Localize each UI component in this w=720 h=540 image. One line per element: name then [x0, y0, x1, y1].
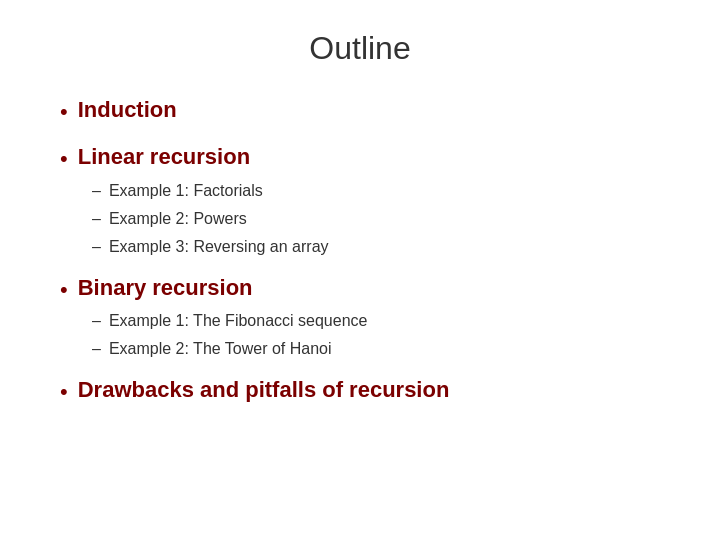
list-item: – Example 2: The Tower of Hanoi [92, 337, 660, 361]
bullet-text-drawbacks: Drawbacks and pitfalls of recursion [78, 375, 450, 406]
slide: Outline • Induction • Linear recursion –… [0, 0, 720, 540]
sub-text-br2: Example 2: The Tower of Hanoi [109, 337, 332, 361]
sub-text-br1: Example 1: The Fibonacci sequence [109, 309, 368, 333]
sub-text-lr2: Example 2: Powers [109, 207, 247, 231]
bullet-text-binary-recursion: Binary recursion [78, 273, 253, 304]
section-drawbacks: • Drawbacks and pitfalls of recursion [60, 375, 660, 408]
list-item: – Example 1: Factorials [92, 179, 660, 203]
slide-title: Outline [60, 30, 660, 67]
list-item: – Example 1: The Fibonacci sequence [92, 309, 660, 333]
sub-text-lr3: Example 3: Reversing an array [109, 235, 329, 259]
section-induction: • Induction [60, 95, 660, 128]
bullet-symbol-linear-recursion: • [60, 144, 68, 175]
list-item: – Example 3: Reversing an array [92, 235, 660, 259]
linear-recursion-subitems: – Example 1: Factorials – Example 2: Pow… [92, 179, 660, 259]
list-item: – Example 2: Powers [92, 207, 660, 231]
bullet-item-binary-recursion: • Binary recursion [60, 273, 660, 306]
bullet-symbol-induction: • [60, 97, 68, 128]
bullet-item-drawbacks: • Drawbacks and pitfalls of recursion [60, 375, 660, 408]
sub-dash-br2: – [92, 337, 101, 361]
bullet-item-linear-recursion: • Linear recursion [60, 142, 660, 175]
section-binary-recursion: • Binary recursion – Example 1: The Fibo… [60, 273, 660, 362]
sub-text-lr1: Example 1: Factorials [109, 179, 263, 203]
sub-dash-lr1: – [92, 179, 101, 203]
sub-dash-lr3: – [92, 235, 101, 259]
binary-recursion-subitems: – Example 1: The Fibonacci sequence – Ex… [92, 309, 660, 361]
bullet-item-induction: • Induction [60, 95, 660, 128]
sub-dash-lr2: – [92, 207, 101, 231]
bullet-text-induction: Induction [78, 95, 177, 126]
bullet-symbol-drawbacks: • [60, 377, 68, 408]
bullet-symbol-binary-recursion: • [60, 275, 68, 306]
sub-dash-br1: – [92, 309, 101, 333]
bullet-text-linear-recursion: Linear recursion [78, 142, 250, 173]
section-linear-recursion: • Linear recursion – Example 1: Factoria… [60, 142, 660, 259]
outline-content: • Induction • Linear recursion – Example… [60, 95, 660, 412]
